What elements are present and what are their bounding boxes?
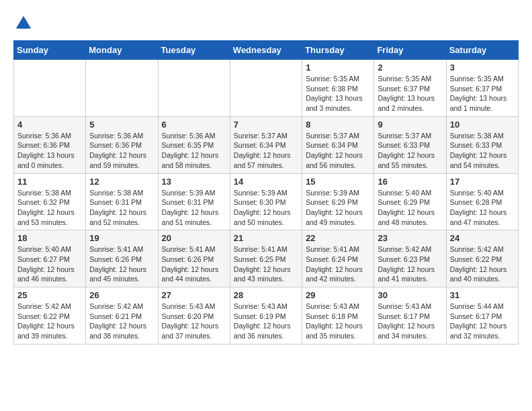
day-info: Sunrise: 5:35 AM Sunset: 6:38 PM Dayligh… bbox=[306, 74, 370, 113]
logo bbox=[13, 13, 38, 34]
day-number: 22 bbox=[306, 233, 370, 243]
day-info: Sunrise: 5:41 AM Sunset: 6:26 PM Dayligh… bbox=[162, 244, 226, 284]
day-info: Sunrise: 5:43 AM Sunset: 6:18 PM Dayligh… bbox=[306, 302, 370, 341]
calendar-cell bbox=[14, 60, 86, 117]
day-info: Sunrise: 5:38 AM Sunset: 6:33 PM Dayligh… bbox=[450, 131, 515, 171]
calendar-cell: 23Sunrise: 5:42 AM Sunset: 6:23 PM Dayli… bbox=[374, 230, 446, 287]
calendar-cell: 22Sunrise: 5:41 AM Sunset: 6:24 PM Dayli… bbox=[302, 230, 374, 287]
day-info: Sunrise: 5:38 AM Sunset: 6:31 PM Dayligh… bbox=[89, 188, 154, 228]
page-header bbox=[13, 13, 519, 34]
calendar-week-row: 18Sunrise: 5:40 AM Sunset: 6:27 PM Dayli… bbox=[14, 230, 519, 287]
calendar-table: SundayMondayTuesdayWednesdayThursdayFrid… bbox=[13, 40, 519, 345]
column-header-thursday: Thursday bbox=[302, 41, 374, 60]
day-number: 8 bbox=[306, 120, 370, 130]
day-number: 28 bbox=[234, 290, 298, 300]
calendar-cell: 13Sunrise: 5:39 AM Sunset: 6:31 PM Dayli… bbox=[158, 173, 230, 230]
day-number: 23 bbox=[378, 233, 442, 243]
svg-rect-1 bbox=[19, 25, 28, 29]
column-header-friday: Friday bbox=[374, 41, 446, 60]
calendar-cell: 11Sunrise: 5:38 AM Sunset: 6:32 PM Dayli… bbox=[14, 173, 86, 230]
day-number: 21 bbox=[234, 233, 298, 243]
day-number: 2 bbox=[378, 62, 442, 73]
day-info: Sunrise: 5:38 AM Sunset: 6:32 PM Dayligh… bbox=[17, 188, 82, 228]
day-number: 9 bbox=[378, 120, 442, 130]
day-number: 24 bbox=[450, 233, 515, 243]
day-number: 5 bbox=[89, 120, 154, 130]
calendar-cell: 28Sunrise: 5:43 AM Sunset: 6:19 PM Dayli… bbox=[230, 287, 302, 345]
day-number: 30 bbox=[378, 290, 442, 300]
day-number: 20 bbox=[162, 233, 226, 243]
day-number: 6 bbox=[162, 120, 226, 130]
day-info: Sunrise: 5:39 AM Sunset: 6:31 PM Dayligh… bbox=[162, 188, 226, 228]
calendar-cell: 8Sunrise: 5:37 AM Sunset: 6:34 PM Daylig… bbox=[302, 116, 374, 173]
day-number: 15 bbox=[306, 177, 370, 187]
day-info: Sunrise: 5:44 AM Sunset: 6:17 PM Dayligh… bbox=[450, 302, 515, 341]
day-info: Sunrise: 5:43 AM Sunset: 6:19 PM Dayligh… bbox=[234, 302, 298, 341]
day-info: Sunrise: 5:35 AM Sunset: 6:37 PM Dayligh… bbox=[450, 74, 515, 113]
calendar-week-row: 11Sunrise: 5:38 AM Sunset: 6:32 PM Dayli… bbox=[14, 173, 519, 230]
calendar-cell: 20Sunrise: 5:41 AM Sunset: 6:26 PM Dayli… bbox=[158, 230, 230, 287]
day-info: Sunrise: 5:37 AM Sunset: 6:33 PM Dayligh… bbox=[378, 131, 442, 171]
calendar-cell: 29Sunrise: 5:43 AM Sunset: 6:18 PM Dayli… bbox=[302, 287, 374, 345]
day-number: 14 bbox=[234, 177, 298, 187]
day-info: Sunrise: 5:35 AM Sunset: 6:37 PM Dayligh… bbox=[378, 74, 442, 113]
calendar-cell: 2Sunrise: 5:35 AM Sunset: 6:37 PM Daylig… bbox=[374, 60, 446, 117]
calendar-cell: 3Sunrise: 5:35 AM Sunset: 6:37 PM Daylig… bbox=[446, 60, 518, 117]
column-header-sunday: Sunday bbox=[14, 41, 86, 60]
day-number: 25 bbox=[17, 290, 82, 300]
calendar-cell: 15Sunrise: 5:39 AM Sunset: 6:29 PM Dayli… bbox=[302, 173, 374, 230]
calendar-cell: 4Sunrise: 5:36 AM Sunset: 6:36 PM Daylig… bbox=[14, 116, 86, 173]
day-number: 4 bbox=[17, 120, 82, 130]
day-info: Sunrise: 5:39 AM Sunset: 6:29 PM Dayligh… bbox=[306, 188, 370, 228]
calendar-header-row: SundayMondayTuesdayWednesdayThursdayFrid… bbox=[14, 41, 519, 60]
day-info: Sunrise: 5:41 AM Sunset: 6:24 PM Dayligh… bbox=[306, 244, 370, 284]
day-number: 1 bbox=[306, 62, 370, 73]
day-number: 11 bbox=[17, 177, 82, 187]
calendar-week-row: 25Sunrise: 5:42 AM Sunset: 6:22 PM Dayli… bbox=[14, 287, 519, 345]
day-info: Sunrise: 5:40 AM Sunset: 6:29 PM Dayligh… bbox=[378, 188, 442, 228]
day-info: Sunrise: 5:42 AM Sunset: 6:21 PM Dayligh… bbox=[89, 302, 154, 341]
calendar-cell: 5Sunrise: 5:36 AM Sunset: 6:36 PM Daylig… bbox=[86, 116, 158, 173]
day-number: 7 bbox=[234, 120, 298, 130]
day-info: Sunrise: 5:36 AM Sunset: 6:35 PM Dayligh… bbox=[162, 131, 226, 171]
calendar-cell: 25Sunrise: 5:42 AM Sunset: 6:22 PM Dayli… bbox=[14, 287, 86, 345]
day-info: Sunrise: 5:40 AM Sunset: 6:27 PM Dayligh… bbox=[17, 244, 82, 284]
day-info: Sunrise: 5:37 AM Sunset: 6:34 PM Dayligh… bbox=[306, 131, 370, 171]
day-info: Sunrise: 5:36 AM Sunset: 6:36 PM Dayligh… bbox=[17, 131, 82, 171]
calendar-cell: 26Sunrise: 5:42 AM Sunset: 6:21 PM Dayli… bbox=[86, 287, 158, 345]
calendar-cell: 31Sunrise: 5:44 AM Sunset: 6:17 PM Dayli… bbox=[446, 287, 518, 345]
day-number: 16 bbox=[378, 177, 442, 187]
calendar-cell: 17Sunrise: 5:40 AM Sunset: 6:28 PM Dayli… bbox=[446, 173, 518, 230]
logo-icon bbox=[13, 13, 34, 34]
calendar-cell bbox=[86, 60, 158, 117]
calendar-cell bbox=[158, 60, 230, 117]
calendar-cell: 7Sunrise: 5:37 AM Sunset: 6:34 PM Daylig… bbox=[230, 116, 302, 173]
calendar-cell: 9Sunrise: 5:37 AM Sunset: 6:33 PM Daylig… bbox=[374, 116, 446, 173]
day-info: Sunrise: 5:41 AM Sunset: 6:25 PM Dayligh… bbox=[234, 244, 298, 284]
calendar-week-row: 1Sunrise: 5:35 AM Sunset: 6:38 PM Daylig… bbox=[14, 60, 519, 117]
day-info: Sunrise: 5:42 AM Sunset: 6:22 PM Dayligh… bbox=[450, 244, 515, 284]
day-info: Sunrise: 5:40 AM Sunset: 6:28 PM Dayligh… bbox=[450, 188, 515, 228]
day-number: 10 bbox=[450, 120, 515, 130]
day-info: Sunrise: 5:43 AM Sunset: 6:20 PM Dayligh… bbox=[162, 302, 226, 341]
day-info: Sunrise: 5:42 AM Sunset: 6:23 PM Dayligh… bbox=[378, 244, 442, 284]
calendar-cell: 14Sunrise: 5:39 AM Sunset: 6:30 PM Dayli… bbox=[230, 173, 302, 230]
calendar-week-row: 4Sunrise: 5:36 AM Sunset: 6:36 PM Daylig… bbox=[14, 116, 519, 173]
calendar-cell: 10Sunrise: 5:38 AM Sunset: 6:33 PM Dayli… bbox=[446, 116, 518, 173]
calendar-cell: 19Sunrise: 5:41 AM Sunset: 6:26 PM Dayli… bbox=[86, 230, 158, 287]
calendar-cell: 27Sunrise: 5:43 AM Sunset: 6:20 PM Dayli… bbox=[158, 287, 230, 345]
day-number: 26 bbox=[89, 290, 154, 300]
day-info: Sunrise: 5:43 AM Sunset: 6:17 PM Dayligh… bbox=[378, 302, 442, 341]
day-info: Sunrise: 5:39 AM Sunset: 6:30 PM Dayligh… bbox=[234, 188, 298, 228]
calendar-cell: 18Sunrise: 5:40 AM Sunset: 6:27 PM Dayli… bbox=[14, 230, 86, 287]
calendar-cell: 12Sunrise: 5:38 AM Sunset: 6:31 PM Dayli… bbox=[86, 173, 158, 230]
day-number: 3 bbox=[450, 62, 515, 73]
calendar-cell: 24Sunrise: 5:42 AM Sunset: 6:22 PM Dayli… bbox=[446, 230, 518, 287]
column-header-tuesday: Tuesday bbox=[158, 41, 230, 60]
day-number: 27 bbox=[162, 290, 226, 300]
day-number: 29 bbox=[306, 290, 370, 300]
day-number: 17 bbox=[450, 177, 515, 187]
calendar-cell: 21Sunrise: 5:41 AM Sunset: 6:25 PM Dayli… bbox=[230, 230, 302, 287]
day-number: 19 bbox=[89, 233, 154, 243]
calendar-cell bbox=[230, 60, 302, 117]
